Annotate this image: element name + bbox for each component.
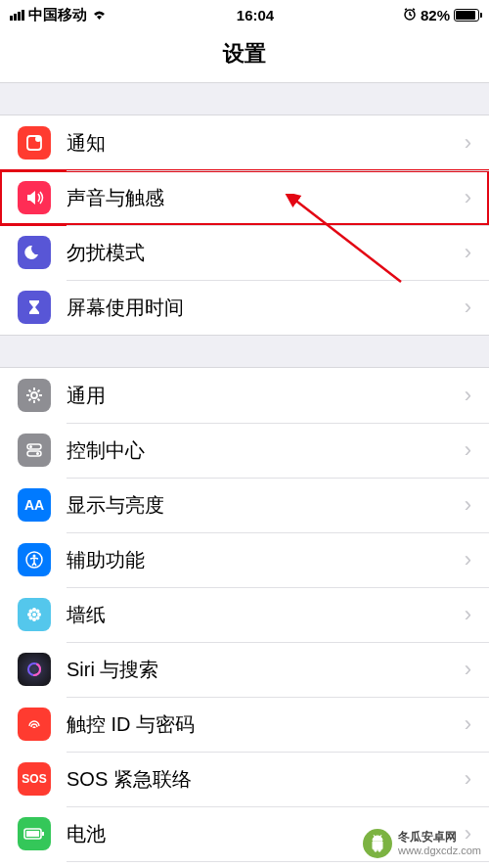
row-label: SOS 紧急联络 [67, 766, 465, 793]
svg-point-5 [29, 445, 32, 448]
signal-icon [10, 10, 24, 21]
moon-icon [18, 236, 51, 269]
svg-point-17 [29, 617, 33, 620]
notification-icon [18, 126, 51, 160]
svg-rect-22 [42, 832, 44, 836]
accessibility-icon [18, 543, 51, 576]
svg-point-3 [31, 392, 37, 398]
status-left: 中国移动 [10, 6, 108, 24]
switches-icon [18, 434, 51, 467]
row-dnd[interactable]: 勿扰模式 › [0, 225, 489, 280]
fingerprint-icon [18, 708, 51, 741]
watermark-url: www.dgxcdz.com [398, 845, 481, 857]
row-sounds[interactable]: 声音与触感 › [0, 170, 489, 225]
svg-point-7 [36, 452, 39, 455]
row-label: 墙纸 [67, 602, 465, 628]
status-time: 16:04 [237, 7, 274, 23]
chevron-right-icon: › [465, 657, 471, 682]
carrier-label: 中国移动 [28, 6, 87, 24]
chevron-right-icon: › [465, 185, 471, 210]
chevron-right-icon: › [465, 295, 471, 320]
row-label: 显示与亮度 [67, 492, 465, 519]
speaker-icon [18, 181, 51, 214]
svg-rect-23 [26, 831, 39, 837]
sos-icon: SOS [18, 762, 51, 796]
row-display[interactable]: AA 显示与亮度 › [0, 478, 489, 532]
status-bar: 中国移动 16:04 82% [0, 0, 489, 29]
chevron-right-icon: › [465, 711, 471, 737]
row-siri[interactable]: Siri 与搜索 › [0, 642, 489, 697]
row-label: 辅助功能 [67, 547, 465, 573]
svg-point-2 [35, 136, 41, 142]
chevron-right-icon: › [465, 383, 471, 408]
flower-icon [18, 598, 51, 631]
alarm-icon [403, 7, 417, 23]
row-label: 控制中心 [67, 437, 465, 464]
status-right: 82% [403, 7, 479, 23]
row-label: 通用 [67, 383, 465, 409]
hourglass-icon [18, 291, 51, 324]
chevron-right-icon: › [465, 437, 471, 463]
svg-point-15 [29, 610, 33, 614]
android-icon [363, 829, 392, 858]
settings-group-1: 通知 › 声音与触感 › 勿扰模式 › 屏幕使用时间 › [0, 114, 489, 336]
row-sos[interactable]: SOS SOS 紧急联络 › [0, 752, 489, 806]
battery-pct: 82% [421, 7, 450, 23]
row-label: 勿扰模式 [67, 240, 465, 266]
svg-point-10 [32, 613, 36, 617]
chevron-right-icon: › [465, 766, 471, 792]
row-privacy[interactable]: 隐私 › [0, 861, 489, 868]
textsize-icon: AA [18, 488, 51, 522]
chevron-right-icon: › [465, 602, 471, 627]
row-label: 屏幕使用时间 [67, 295, 465, 321]
row-label: Siri 与搜索 [67, 657, 465, 683]
row-touchid[interactable]: 触控 ID 与密码 › [0, 697, 489, 752]
chevron-right-icon: › [465, 492, 471, 518]
svg-point-12 [32, 617, 36, 621]
chevron-right-icon: › [465, 240, 471, 265]
svg-point-11 [32, 608, 36, 612]
chevron-right-icon: › [465, 547, 471, 572]
row-label: 声音与触感 [67, 185, 465, 211]
svg-point-9 [33, 555, 36, 558]
siri-icon [18, 653, 51, 686]
svg-point-13 [27, 613, 31, 617]
row-controlcenter[interactable]: 控制中心 › [0, 423, 489, 478]
chevron-right-icon: › [465, 130, 471, 156]
page-title: 设置 [0, 29, 489, 83]
watermark-title: 冬瓜安卓网 [398, 830, 481, 844]
row-label: 通知 [67, 130, 465, 157]
wifi-icon [91, 7, 108, 23]
row-notifications[interactable]: 通知 › [0, 115, 489, 170]
row-wallpaper[interactable]: 墙纸 › [0, 587, 489, 642]
battery-icon [454, 9, 479, 22]
watermark: 冬瓜安卓网 www.dgxcdz.com [363, 829, 481, 858]
row-label: 触控 ID 与密码 [67, 711, 465, 738]
svg-point-14 [37, 613, 41, 617]
battery-icon [18, 817, 51, 850]
svg-point-18 [36, 617, 40, 620]
row-general[interactable]: 通用 › [0, 368, 489, 423]
row-screentime[interactable]: 屏幕使用时间 › [0, 280, 489, 335]
svg-point-16 [36, 610, 40, 614]
settings-group-2: 通用 › 控制中心 › AA 显示与亮度 › 辅助功能 › 墙纸 › Siri … [0, 367, 489, 868]
gear-icon [18, 379, 51, 412]
row-accessibility[interactable]: 辅助功能 › [0, 532, 489, 587]
